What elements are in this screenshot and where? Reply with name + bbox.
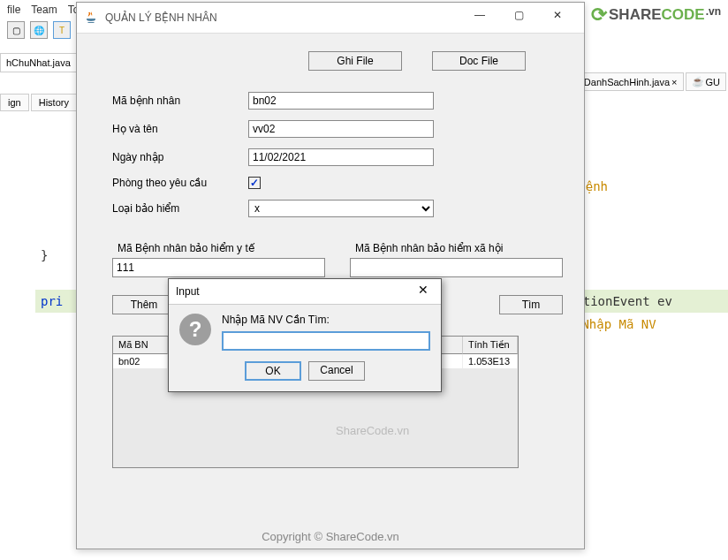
globe-icon[interactable]: 🌐 xyxy=(30,21,48,39)
maximize-button[interactable]: ▢ xyxy=(499,3,538,27)
input-ma-xh[interactable] xyxy=(350,258,563,277)
dialog-title: Input xyxy=(176,285,200,298)
editor-tab-1[interactable]: hChuNhat.java xyxy=(0,53,77,72)
input-dialog: Input ✕ ? Nhập Mã NV Cần Tìm: OK Cancel xyxy=(168,278,442,392)
dialog-label: Nhập Mã NV Cần Tìm: xyxy=(222,314,430,326)
doc-file-button[interactable]: Doc File xyxy=(432,51,526,71)
label-ma-benh-nhan: Mã bệnh nhân xyxy=(112,95,239,107)
dialog-input[interactable] xyxy=(222,331,430,351)
input-ma-yt[interactable] xyxy=(112,258,325,277)
menu-file[interactable]: file xyxy=(4,2,24,18)
editor-tab-gu[interactable]: ☕ GU xyxy=(686,72,727,91)
new-file-icon[interactable]: ▢ xyxy=(7,21,25,39)
ghi-file-button[interactable]: Ghi File xyxy=(308,51,402,71)
java-icon xyxy=(84,11,98,25)
dialog-cancel-button[interactable]: Cancel xyxy=(308,361,365,381)
input-ho-ten[interactable] xyxy=(248,120,434,138)
col-ma-bn[interactable]: Mã BN xyxy=(113,337,168,354)
label-phong: Phòng theo yêu cầu xyxy=(112,177,239,189)
close-button[interactable]: ✕ xyxy=(538,3,577,27)
menu-team[interactable]: Team xyxy=(27,2,60,18)
main-window: QUẢN LÝ BỆNH NHÂN — ▢ ✕ Ghi File Doc Fil… xyxy=(76,2,585,549)
tim-button[interactable]: Tìm xyxy=(499,295,563,314)
dialog-close-button[interactable]: ✕ xyxy=(411,283,436,300)
cell-ma-bn: bn02 xyxy=(113,354,168,368)
hammer-icon[interactable]: T xyxy=(53,21,71,39)
select-loai-bao-hiem[interactable]: x xyxy=(248,200,434,217)
label-loai-bao-hiem: Loại bảo hiểm xyxy=(112,202,239,215)
window-title: QUẢN LÝ BỆNH NHÂN xyxy=(105,11,460,24)
checkbox-phong[interactable]: ✓ xyxy=(248,177,261,189)
footer-copyright: Copyright © ShareCode.vn xyxy=(77,525,584,549)
sharecode-logo: ⟳ SHARECODE.vn xyxy=(591,4,721,26)
them-button[interactable]: Thêm xyxy=(112,295,176,314)
label-ma-xh: Mã Bệnh nhân bảo hiểm xã hội xyxy=(350,242,563,254)
dialog-ok-button[interactable]: OK xyxy=(245,361,301,381)
close-tab-icon[interactable]: × xyxy=(671,77,677,87)
minimize-button[interactable]: — xyxy=(460,3,499,27)
question-icon: ? xyxy=(179,314,211,345)
label-ngay-nhap: Ngày nhập xyxy=(112,151,239,163)
label-ma-yt: Mã Bệnh nhân bảo hiểm y tế xyxy=(112,242,325,254)
input-ma-benh-nhan[interactable] xyxy=(248,92,434,110)
cell-tinh-tien: 1.053E13 xyxy=(463,354,518,368)
ide-toolbar: ▢ 🌐 T xyxy=(4,18,74,42)
window-titlebar: QUẢN LÝ BỆNH NHÂN — ▢ ✕ xyxy=(77,3,584,34)
col-tinh-tien[interactable]: Tính Tiền xyxy=(463,337,518,354)
label-ho-ten: Họ và tên xyxy=(112,123,239,135)
share-icon: ⟳ xyxy=(591,4,607,26)
input-ngay-nhap[interactable] xyxy=(248,148,434,166)
